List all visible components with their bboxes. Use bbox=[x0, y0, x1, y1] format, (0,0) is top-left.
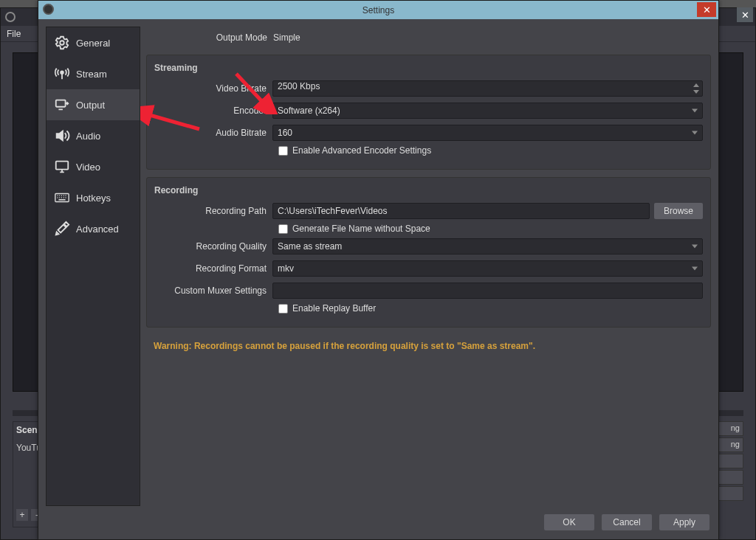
muxer-input[interactable] bbox=[272, 283, 703, 299]
advanced-encoder-checkbox[interactable] bbox=[278, 146, 288, 156]
close-button[interactable]: ✕ bbox=[697, 2, 716, 17]
sidebar-item-label: Stream bbox=[76, 69, 107, 80]
apply-button[interactable]: Apply bbox=[659, 514, 709, 530]
output-mode-row: Output Mode Simple bbox=[146, 27, 711, 49]
recording-quality-label: Recording Quality bbox=[154, 241, 272, 252]
video-bitrate-label: Video Bitrate bbox=[154, 83, 272, 94]
muxer-label: Custom Muxer Settings bbox=[154, 285, 272, 296]
svg-point-0 bbox=[60, 41, 64, 45]
menu-file[interactable]: File bbox=[7, 29, 21, 39]
sidebar-item-label: Advanced bbox=[76, 224, 119, 235]
output-icon bbox=[54, 97, 70, 113]
output-mode-label: Output Mode bbox=[146, 32, 273, 43]
group-title: Recording bbox=[154, 185, 703, 195]
video-bitrate-input[interactable]: 2500 Kbps bbox=[272, 80, 703, 97]
filename-nospace-checkbox[interactable] bbox=[278, 224, 288, 234]
sidebar-item-label: General bbox=[76, 38, 110, 49]
replay-buffer-label: Enable Replay Buffer bbox=[292, 303, 376, 314]
gear-icon bbox=[54, 35, 70, 51]
settings-content: Output Mode Simple Streaming Video Bitra… bbox=[140, 27, 711, 508]
sidebar-item-general[interactable]: General bbox=[47, 27, 140, 58]
dialog-title: Settings bbox=[362, 5, 394, 15]
audio-bitrate-combo[interactable]: 160 bbox=[272, 125, 703, 141]
settings-dialog: Settings ✕ General Stream Output bbox=[38, 0, 719, 540]
ok-button[interactable]: OK bbox=[544, 514, 594, 530]
audio-bitrate-label: Audio Bitrate bbox=[154, 128, 272, 138]
sidebar-item-label: Output bbox=[76, 100, 105, 111]
advanced-encoder-label: Enable Advanced Encoder Settings bbox=[292, 145, 431, 156]
sidebar-item-label: Hotkeys bbox=[76, 193, 111, 204]
combo-value: mkv bbox=[278, 263, 294, 274]
tools-icon bbox=[54, 221, 70, 237]
replay-buffer-checkbox[interactable] bbox=[278, 304, 288, 314]
main-close-button[interactable]: ✕ bbox=[737, 7, 753, 22]
sidebar-item-label: Video bbox=[76, 162, 100, 173]
dialog-body: General Stream Output Audio bbox=[38, 19, 718, 508]
antenna-icon bbox=[54, 66, 70, 82]
combo-value: 160 bbox=[278, 128, 292, 138]
svg-rect-2 bbox=[56, 100, 66, 107]
encoder-label: Encoder bbox=[154, 105, 272, 116]
svg-rect-3 bbox=[56, 162, 69, 170]
combo-value: Software (x264) bbox=[278, 105, 340, 116]
sidebar-item-label: Audio bbox=[76, 131, 100, 142]
dialog-titlebar[interactable]: Settings ✕ bbox=[38, 1, 718, 19]
obs-icon bbox=[43, 4, 54, 15]
recording-path-input[interactable] bbox=[272, 203, 650, 219]
filename-nospace-label: Generate File Name without Space bbox=[292, 224, 430, 234]
warning-text: Warning: Recordings cannot be paused if … bbox=[146, 335, 711, 351]
obs-icon bbox=[5, 12, 16, 22]
encoder-combo[interactable]: Software (x264) bbox=[272, 103, 703, 119]
output-mode-combo[interactable]: Simple bbox=[273, 32, 300, 43]
recording-format-label: Recording Format bbox=[154, 263, 272, 274]
spin-value: 2500 Kbps bbox=[278, 81, 320, 91]
streaming-group: Streaming Video Bitrate 2500 Kbps Encode… bbox=[146, 55, 711, 170]
dialog-footer: OK Cancel Apply bbox=[38, 508, 718, 539]
sidebar-item-hotkeys[interactable]: Hotkeys bbox=[47, 182, 140, 213]
sidebar-item-output[interactable]: Output bbox=[47, 89, 140, 120]
sidebar-item-video[interactable]: Video bbox=[47, 151, 140, 182]
keyboard-icon bbox=[54, 190, 70, 206]
combo-value: Simple bbox=[273, 32, 300, 43]
recording-format-combo[interactable]: mkv bbox=[272, 260, 703, 277]
sidebar-item-stream[interactable]: Stream bbox=[47, 58, 140, 89]
recording-quality-combo[interactable]: Same as stream bbox=[272, 238, 703, 255]
recording-group: Recording Recording Path Browse Generate… bbox=[146, 177, 711, 328]
monitor-icon bbox=[54, 159, 70, 175]
recording-path-label: Recording Path bbox=[154, 206, 272, 216]
speaker-icon bbox=[54, 128, 70, 144]
cancel-button[interactable]: Cancel bbox=[602, 514, 652, 530]
svg-point-1 bbox=[61, 71, 63, 74]
sidebar-item-audio[interactable]: Audio bbox=[47, 120, 140, 151]
combo-value: Same as stream bbox=[278, 241, 342, 252]
settings-sidebar: General Stream Output Audio bbox=[46, 27, 140, 506]
group-title: Streaming bbox=[154, 63, 703, 73]
browse-button[interactable]: Browse bbox=[654, 203, 703, 219]
sidebar-item-advanced[interactable]: Advanced bbox=[47, 213, 140, 244]
add-scene-button[interactable]: + bbox=[16, 509, 28, 521]
